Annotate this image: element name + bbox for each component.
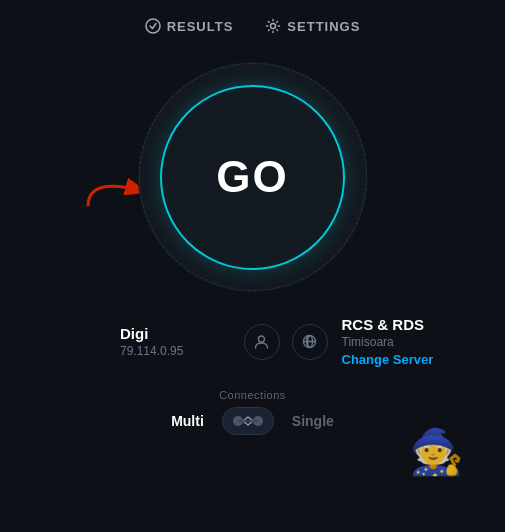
- speed-gauge: GO: [138, 62, 368, 292]
- outer-ring: GO: [138, 62, 368, 292]
- connections-toggle: Multi Single: [171, 407, 334, 435]
- svg-point-0: [146, 19, 160, 33]
- svg-point-1: [271, 24, 276, 29]
- user-icon-button[interactable]: [244, 324, 280, 360]
- top-navigation: RESULTS SETTINGS: [0, 0, 505, 44]
- settings-label: SETTINGS: [287, 19, 360, 34]
- go-label: GO: [216, 152, 288, 202]
- connections-label: Connections: [219, 389, 286, 401]
- globe-icon-button[interactable]: [292, 324, 328, 360]
- multi-option[interactable]: Multi: [171, 413, 204, 429]
- results-nav-item[interactable]: RESULTS: [145, 18, 234, 34]
- inner-ring: GO: [160, 85, 345, 270]
- info-row: Digi 79.114.0.95 RCS & RDS Timisoara Cha…: [0, 316, 505, 367]
- go-button[interactable]: GO: [175, 100, 330, 255]
- server-location: Timisoara: [342, 335, 394, 349]
- change-server-button[interactable]: Change Server: [342, 352, 434, 367]
- server-name: RCS & RDS: [342, 316, 425, 333]
- settings-gear-icon: [265, 18, 281, 34]
- connections-toggle-switch[interactable]: [222, 407, 274, 435]
- center-icons: [244, 324, 328, 360]
- server-info: RCS & RDS Timisoara Change Server: [328, 316, 466, 367]
- settings-nav-item[interactable]: SETTINGS: [265, 18, 360, 34]
- connections-section: Connections Multi Single: [0, 389, 505, 435]
- results-check-icon: [145, 18, 161, 34]
- results-label: RESULTS: [167, 19, 234, 34]
- svg-point-3: [259, 336, 265, 342]
- isp-name: Digi: [120, 325, 148, 342]
- single-option[interactable]: Single: [292, 413, 334, 429]
- watermark-decoration: 🧙: [409, 430, 473, 494]
- ip-address: 79.114.0.95: [120, 344, 183, 358]
- isp-info: Digi 79.114.0.95: [40, 325, 244, 358]
